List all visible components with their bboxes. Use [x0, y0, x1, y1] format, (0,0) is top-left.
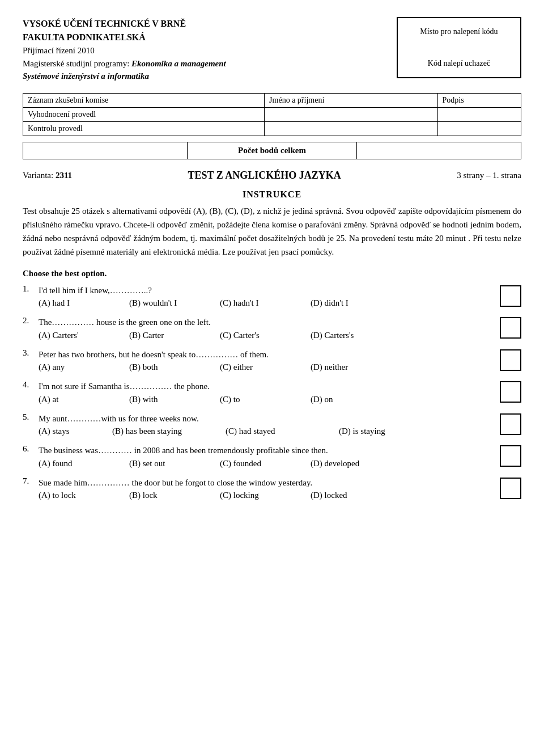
q5-optB: (B) has been staying [112, 426, 226, 436]
questions-list: 1. I'd tell him if I knew,…………..? (A) ha… [23, 284, 521, 501]
q1-answer-box [500, 285, 521, 307]
question-4: 4. I'm not sure if Samantha is…………… the … [23, 380, 521, 404]
pocet-empty1 [23, 142, 188, 159]
q2-optD: (D) Carters's [311, 331, 401, 340]
col-podpis: Podpis [437, 93, 521, 107]
q1-optC: (C) hadn't I [220, 298, 311, 308]
q2-num: 2. [23, 316, 39, 326]
q4-optA: (A) at [39, 395, 129, 404]
question-2: 2. The…………… house is the green one on th… [23, 316, 521, 340]
varianta-label: Varianta: 2311 [23, 171, 72, 180]
q7-optC: (C) locking [220, 491, 311, 500]
q2-text: The…………… house is the green one on the l… [39, 316, 494, 329]
row-vyhodnoceni-jmeno [265, 107, 437, 121]
pocet-label: Počet bodů celkem [188, 142, 357, 159]
q4-optB: (B) with [129, 395, 220, 404]
q2-options: (A) Carters' (B) Carter (C) Carter's (D)… [39, 331, 494, 340]
varianta-section: Varianta: 2311 TEST Z ANGLICKÉHO JAZYKA … [23, 170, 521, 181]
q6-optA: (A) found [39, 459, 129, 468]
question-6: 6. The business was………… in 2008 and has … [23, 444, 521, 468]
test-title: TEST Z ANGLICKÉHO JAZYKA [72, 170, 457, 181]
instrukce-text: Test obsahuje 25 otázek s alternativami … [23, 204, 521, 259]
university-name: VYSOKÉ UČENÍ TECHNICKÉ V BRNĚ [23, 17, 397, 31]
choose-label: Choose the best option. [23, 269, 521, 278]
programs-line2: Systémové inženýrství a informatika [23, 70, 397, 83]
q5-options: (A) stays (B) has been staying (C) had s… [39, 426, 494, 436]
question-1: 1. I'd tell him if I knew,…………..? (A) ha… [23, 284, 521, 309]
q4-answer-box [500, 381, 521, 403]
q2-optC: (C) Carter's [220, 331, 311, 340]
code-label: Kód nalepí uchazeč [409, 56, 509, 71]
q3-optC: (C) either [220, 362, 311, 372]
q6-optB: (B) set out [129, 459, 220, 468]
q6-text: The business was………… in 2008 and has bee… [39, 444, 494, 457]
q6-optD: (D) developed [311, 459, 401, 468]
pages-info: 3 strany – 1. strana [457, 171, 521, 180]
q2-answer-box [500, 317, 521, 339]
q7-optA: (A) to lock [39, 491, 129, 500]
q3-optD: (D) neither [311, 362, 401, 372]
q3-answer-box [500, 349, 521, 371]
q7-num: 7. [23, 476, 39, 486]
q6-optC: (C) founded [220, 459, 311, 468]
q1-optB: (B) wouldn't I [129, 298, 220, 308]
stamp-label: Místo pro nalepení kódu [409, 24, 509, 40]
programs-prefix: Magisterské studijní programy: [23, 59, 131, 68]
q4-optC: (C) to [220, 395, 311, 404]
programs-line: Magisterské studijní programy: Ekonomika… [23, 57, 397, 70]
q1-num: 1. [23, 284, 39, 294]
q7-optD: (D) locked [311, 491, 401, 500]
admin-table: Záznam zkušební komise Jméno a příjmení … [23, 93, 521, 136]
pocet-value [356, 142, 521, 159]
header-left: VYSOKÉ UČENÍ TECHNICKÉ V BRNĚ FAKULTA PO… [23, 17, 397, 83]
row-vyhodnoceni: Vyhodnocení provedl [23, 107, 265, 121]
programs-italic: Ekonomika a management [131, 59, 226, 68]
q3-text: Peter has two brothers, but he doesn't s… [39, 348, 494, 361]
question-5: 5. My aunt…………with us for three weeks no… [23, 412, 521, 437]
q1-optD: (D) didn't I [311, 298, 401, 308]
q6-num: 6. [23, 444, 39, 454]
col-jmeno: Jméno a příjmení [265, 93, 437, 107]
q4-text: I'm not sure if Samantha is…………… the pho… [39, 380, 494, 393]
q1-text: I'd tell him if I knew,…………..? [39, 284, 494, 297]
q4-options: (A) at (B) with (C) to (D) on [39, 395, 494, 404]
q6-answer-box [500, 445, 521, 467]
faculty-name: FAKULTA PODNIKATELSKÁ [23, 31, 397, 44]
row-vyhodnoceni-podpis [437, 107, 521, 121]
q5-answer-box [500, 413, 521, 435]
q5-optD: (D) is staying [339, 426, 452, 436]
q3-num: 3. [23, 348, 39, 358]
pocet-table: Počet bodů celkem [23, 142, 521, 159]
header-section: VYSOKÉ UČENÍ TECHNICKÉ V BRNĚ FAKULTA PO… [23, 17, 521, 83]
stamp-box: Místo pro nalepení kódu Kód nalepí uchaz… [397, 17, 521, 78]
q3-optB: (B) both [129, 362, 220, 372]
q2-optB: (B) Carter [129, 331, 220, 340]
question-7: 7. Sue made him…………… the door but he for… [23, 476, 521, 501]
instrukce-title: INSTRUKCE [23, 189, 521, 200]
q5-optA: (A) stays [39, 426, 112, 436]
q4-optD: (D) on [311, 395, 401, 404]
q2-optA: (A) Carters' [39, 331, 129, 340]
q1-options: (A) had I (B) wouldn't I (C) hadn't I (D… [39, 298, 494, 308]
q6-options: (A) found (B) set out (C) founded (D) de… [39, 459, 494, 468]
row-kontrola-podpis [437, 121, 521, 136]
q4-num: 4. [23, 380, 39, 390]
q7-answer-box [500, 478, 521, 499]
admission-year: Přijímací řízení 2010 [23, 44, 397, 57]
q3-optA: (A) any [39, 362, 129, 372]
q5-text: My aunt…………with us for three weeks now. [39, 412, 494, 425]
q5-optC: (C) had stayed [226, 426, 339, 436]
q7-options: (A) to lock (B) lock (C) locking (D) loc… [39, 491, 494, 500]
row-kontrola: Kontrolu provedl [23, 121, 265, 136]
q7-text: Sue made him…………… the door but he forgot… [39, 476, 494, 489]
q7-optB: (B) lock [129, 491, 220, 500]
q5-num: 5. [23, 412, 39, 422]
row-kontrola-jmeno [265, 121, 437, 136]
q1-optA: (A) had I [39, 298, 129, 308]
q3-options: (A) any (B) both (C) either (D) neither [39, 362, 494, 372]
question-3: 3. Peter has two brothers, but he doesn'… [23, 348, 521, 373]
col-komisie: Záznam zkušební komise [23, 93, 265, 107]
